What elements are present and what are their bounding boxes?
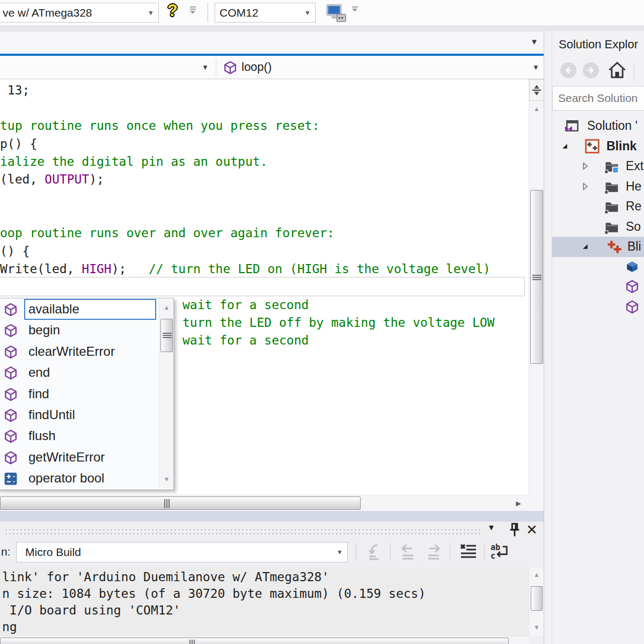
panel-splitter[interactable] [0,511,544,522]
overflow-chevron-icon [190,11,195,14]
code-line: p() { [0,135,37,153]
solution-explorer-panel: Solution Explor Solution 'BlinkExtHeReSo… [544,31,644,644]
output-line: link' for 'Arduino Duemilanove w/ ATmega… [2,570,329,584]
completion-item[interactable]: clearWriteError [0,342,158,363]
code-line: () { [0,243,30,260]
back-button[interactable] [560,62,576,78]
solution-icon [565,119,580,136]
tree-item-ext[interactable]: Ext [552,156,644,177]
completion-item[interactable]: begin [0,320,158,341]
code-line: ialize the digital pin as an output. [0,153,268,171]
folderext-icon [604,159,619,176]
tree-item-he[interactable]: He [552,177,644,197]
output-source-combobox[interactable]: Micro Build ▼ [16,542,348,562]
intellisense-scrollbar[interactable]: ▲ ▼ [159,299,173,488]
goto-message-icon[interactable] [366,543,383,562]
completion-item[interactable]: operator bool [0,469,158,489]
editor-vertical-scrollbar[interactable]: ▲ [529,79,544,495]
output-horizontal-scrollbar[interactable] [0,636,529,644]
tree-item-re[interactable]: Re [552,196,644,217]
search-box[interactable] [552,86,644,111]
scrollbar-thumb[interactable] [0,638,509,644]
tree-item-blink[interactable]: Blink [552,136,644,157]
main-toolbar: ve w/ ATmega328 ▼ ? COM12 ▼ [0,0,644,25]
method-icon [4,408,18,425]
arrow-left-icon [564,65,573,75]
folder-icon [604,219,619,237]
com-port-value: COM12 [215,6,300,19]
collapsed-arrow-icon[interactable] [581,182,590,193]
toolbar-overflow-button[interactable] [188,6,197,14]
completion-item[interactable]: available [0,299,158,320]
completion-item[interactable]: getWriteError [0,448,158,469]
document-list-dropdown-icon[interactable]: ▼ [530,37,538,46]
collapsed-arrow-icon[interactable] [581,162,590,173]
window-position-icon[interactable]: ▼ [487,523,495,532]
code-line: = 13; [0,82,30,99]
completion-item-label: flush [28,428,56,443]
word-wrap-icon[interactable]: ab c [491,543,509,562]
expanded-arrow-icon[interactable] [581,242,590,253]
scroll-up-icon[interactable]: ▲ [529,571,544,579]
completion-item-label: getWriteError [28,450,105,465]
completion-item[interactable]: findUntil [0,405,158,426]
next-message-icon[interactable] [425,543,442,562]
code-editor[interactable]: = 13;tup routine runs once when you pres… [0,79,544,511]
scroll-right-icon[interactable]: ▶ [511,500,526,507]
scrollbar-thumb[interactable] [160,319,173,352]
scroll-down-icon[interactable]: ▼ [159,475,174,483]
expanded-arrow-icon[interactable] [560,142,569,153]
search-input[interactable] [553,92,644,105]
home-icon[interactable] [608,60,627,82]
tree-item-solution[interactable]: Solution ' [552,116,644,136]
previous-message-icon[interactable] [399,543,416,562]
scroll-up-icon[interactable]: ▲ [529,105,544,113]
completion-item[interactable]: find [0,384,158,405]
code-line: tup routine runs once when you press res… [0,117,319,135]
method-icon [625,300,639,316]
forward-button[interactable] [583,62,599,78]
method-icon [4,345,18,361]
chevron-down-icon[interactable]: ▼ [143,9,158,17]
tree-item-bli[interactable]: Bli [552,237,644,257]
completion-item-label: find [28,386,49,401]
completion-item-label: available [28,302,79,317]
help-icon[interactable]: ? [167,1,178,20]
tree-item-label: Solution ' [587,119,638,133]
scrollbar-thumb[interactable] [0,496,361,510]
chevron-down-icon[interactable]: ▼ [300,9,315,17]
panel-drag-grip[interactable] [4,528,481,535]
chevron-down-icon[interactable]: ▼ [332,548,347,556]
tree-item-label: Blink [606,139,636,153]
output-vertical-scrollbar[interactable]: ▲ ▼ [529,568,544,636]
com-port-combobox[interactable]: COM12 ▼ [215,3,316,23]
show-output-from-label: n: [1,545,11,558]
toolbar-overflow-button[interactable] [350,6,360,12]
types-dropdown-icon[interactable]: ▼ [202,63,209,71]
completion-item[interactable]: flush [0,426,158,447]
tree-item-so[interactable]: So [552,217,644,237]
scroll-down-icon[interactable]: ▼ [529,624,544,631]
members-dropdown-icon[interactable]: ▼ [532,63,539,71]
tree-item-fieldbox[interactable] [552,257,644,277]
completion-item-label: findUntil [28,407,75,422]
code-line: wait for a second [182,332,309,349]
scrollbar-thumb[interactable] [531,586,543,611]
code-line: wait for a second [182,296,309,314]
tree-item-method[interactable] [552,297,644,318]
programmer-icon[interactable] [325,3,347,25]
output-text-area[interactable]: link' for 'Arduino Duemilanove w/ ATmega… [0,568,529,636]
scrollbar-thumb[interactable] [530,190,543,364]
pin-icon[interactable] [507,522,523,540]
scroll-up-icon[interactable]: ▲ [159,304,174,311]
board-combobox[interactable]: ve w/ ATmega328 ▼ [0,3,159,23]
tree-item-method[interactable] [552,277,644,297]
close-icon[interactable]: ✕ [526,522,538,538]
editor-horizontal-scrollbar[interactable]: ▶ [0,495,529,511]
member-dropdown-value[interactable]: loop() [241,60,272,74]
clear-all-icon[interactable] [459,543,477,562]
solution-tree: Solution 'BlinkExtHeReSoBli [544,116,644,438]
output-line: I/O board using 'COM12' [2,603,180,617]
split-window-handle[interactable] [529,79,544,101]
completion-item[interactable]: end [0,363,158,384]
